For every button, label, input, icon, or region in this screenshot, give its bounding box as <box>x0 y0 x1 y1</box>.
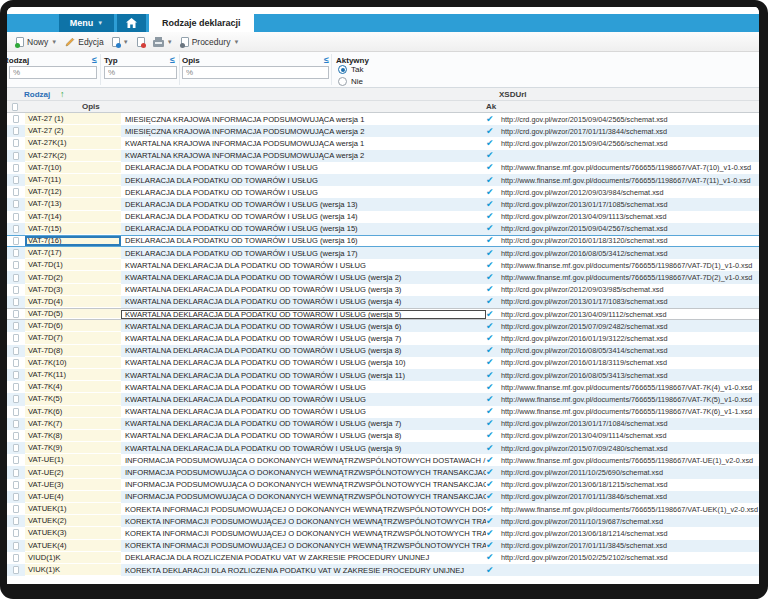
home-button[interactable] <box>117 14 146 32</box>
cell-xsdurl[interactable]: http://crd.gov.pl/wzor/2013/04/09/1113/s… <box>499 212 759 221</box>
cell-xsdurl[interactable]: http://crd.gov.pl/wzor/2016/08/05/3413/s… <box>499 371 759 380</box>
cell-xsdurl[interactable]: http://crd.gov.pl/wzor/2013/01/17/1084/s… <box>499 419 759 428</box>
table-row[interactable]: VATUEK(3)KOREKTA INFORMACJI PODSUMOWUJĄC… <box>7 527 759 539</box>
table-row[interactable]: VAT-27K(2)KWARTALNA KRAJOWA INFORMACJA P… <box>7 150 759 162</box>
cell-xsdurl[interactable]: http://www.finanse.mf.gov.pl/documents/7… <box>499 273 759 282</box>
cell-opis[interactable]: INFORMACJA PODSUMOWUJĄCA O DOKONANYCH WE… <box>121 456 486 465</box>
cell-xsdurl[interactable]: http://crd.gov.pl/wzor/2015/09/04/2565/s… <box>499 115 759 124</box>
cell-xsdurl[interactable]: http://crd.gov.pl/wzor/2013/01/17/1085/s… <box>499 200 759 209</box>
cell-rodzaj[interactable]: VIUD(1)K <box>25 552 121 564</box>
open-button[interactable]: ▼ <box>108 35 133 49</box>
cell-xsdurl[interactable]: http://crd.gov.pl/wzor/2017/01/11/3844/s… <box>499 127 759 136</box>
cell-opis[interactable]: DEKLARACJA DLA PODATKU OD TOWARÓW I USŁU… <box>121 163 486 172</box>
sort-ascending-icon[interactable]: ↑ <box>60 89 65 99</box>
table-row[interactable]: VAT-7(17)DEKLARACJA DLA PODATKU OD TOWAR… <box>7 247 759 259</box>
cell-rodzaj[interactable]: VAT-7(14) <box>25 211 121 223</box>
cell-opis[interactable]: KWARTALNA DEKLARACJA DLA PODATKU OD TOWA… <box>121 273 486 282</box>
cell-rodzaj[interactable]: VAT-27K(2) <box>25 150 121 162</box>
radio-tak[interactable]: Tak <box>338 65 363 74</box>
table-row[interactable]: VAT-UE(3)INFORMACJA PODSUMOWUJĄCA O DOKO… <box>7 479 759 491</box>
cell-rodzaj[interactable]: VAT-UE(1) <box>25 454 121 466</box>
cell-xsdurl[interactable]: http://crd.gov.pl/wzor/2015/02/25/2102/s… <box>499 553 759 562</box>
cell-rodzaj[interactable]: VAT-27 (1) <box>25 113 121 125</box>
table-row[interactable]: VAT-7K(9)KWARTALNA DEKLARACJA DLA PODATK… <box>7 442 759 454</box>
table-row[interactable]: VAT-7D(3)KWARTALNA DEKLARACJA DLA PODATK… <box>7 284 759 296</box>
cell-opis[interactable]: KWARTALNA DEKLARACJA DLA PODATKU OD TOWA… <box>121 419 486 428</box>
table-row[interactable]: VAT-7K(10)KWARTALNA DEKLARACJA DLA PODAT… <box>7 357 759 369</box>
cell-rodzaj[interactable]: VATUEK(2) <box>25 515 121 527</box>
cell-rodzaj[interactable]: VAT-7(17) <box>25 247 121 259</box>
cell-opis[interactable]: INFORMACJA PODSUMOWUJĄCA O DOKONANYCH WE… <box>121 480 486 489</box>
tab-rodzaje-deklaracji[interactable]: Rodzaje deklaracji <box>149 14 254 32</box>
cell-opis[interactable]: KOREKTA INFORMACJI PODSUMOWUJĄCEJ O DOKO… <box>121 541 486 550</box>
cell-rodzaj[interactable]: VAT-7K(9) <box>25 442 121 454</box>
cell-rodzaj[interactable]: VAT-7D(6) <box>25 320 121 332</box>
cell-xsdurl[interactable]: http://crd.gov.pl/wzor/2012/09/03/984/sc… <box>499 188 759 197</box>
table-row[interactable]: VAT-7(11)DEKLARACJA DLA PODATKU OD TOWAR… <box>7 174 759 186</box>
cell-opis[interactable]: KOREKTA INFORMACJI PODSUMOWUJĄCEJ O DOKO… <box>121 529 486 538</box>
table-row[interactable]: VAT-27 (2)MIESIĘCZNA KRAJOWA INFORMACJA … <box>7 125 759 137</box>
column-header-aktywny[interactable]: Ak <box>486 102 496 111</box>
table-row[interactable]: VAT-7D(1)KWARTALNA DEKLARACJA DLA PODATK… <box>7 259 759 271</box>
new-button[interactable]: Nowy ▼ <box>12 35 61 49</box>
cell-opis[interactable]: KWARTALNA DEKLARACJA DLA PODATKU OD TOWA… <box>121 431 486 440</box>
cell-xsdurl[interactable]: http://crd.gov.pl/wzor/2013/04/09/1114/s… <box>499 431 759 440</box>
cell-xsdurl[interactable]: http://www.finanse.mf.gov.pl/documents/7… <box>499 383 759 392</box>
cell-opis[interactable]: DEKLARACJA DLA PODATKU OD TOWARÓW I USŁU… <box>121 249 486 258</box>
cell-xsdurl[interactable]: http://crd.gov.pl/wzor/2015/07/09/2482/s… <box>499 322 759 331</box>
cell-opis[interactable]: KWARTALNA DEKLARACJA DLA PODATKU OD TOWA… <box>121 285 486 294</box>
table-row[interactable]: VAT-UE(4)INFORMACJA PODSUMOWUJĄCA O DOKO… <box>7 491 759 503</box>
cell-xsdurl[interactable]: http://crd.gov.pl/wzor/2016/08/05/3414/s… <box>499 346 759 355</box>
cell-xsdurl[interactable]: http://crd.gov.pl/wzor/2016/01/18/3120/s… <box>499 236 759 245</box>
cell-rodzaj[interactable]: VAT-7K(4) <box>25 381 121 393</box>
cell-rodzaj[interactable]: VAT-UE(4) <box>25 491 121 503</box>
cell-xsdurl[interactable]: http://crd.gov.pl/wzor/2013/06/18/1215/s… <box>499 480 759 489</box>
cell-opis[interactable]: DEKLARACJA DLA PODATKU OD TOWARÓW I USŁU… <box>121 224 486 233</box>
table-row[interactable]: VAT-7(12)DEKLARACJA DLA PODATKU OD TOWAR… <box>7 186 759 198</box>
cell-opis[interactable]: KWARTALNA DEKLARACJA DLA PODATKU OD TOWA… <box>121 322 486 331</box>
table-row[interactable]: VIUD(1)KDEKLARACJA DLA ROZLICZENIA PODAT… <box>7 552 759 564</box>
table-row[interactable]: VAT-7(14)DEKLARACJA DLA PODATKU OD TOWAR… <box>7 211 759 223</box>
cell-xsdurl[interactable]: http://www.finanse.mf.gov.pl/documents/7… <box>499 261 759 270</box>
cell-opis[interactable]: KWARTALNA DEKLARACJA DLA PODATKU OD TOWA… <box>121 297 486 306</box>
cell-xsdurl[interactable]: http://crd.gov.pl/wzor/2013/04/09/1112/s… <box>499 310 759 319</box>
table-row[interactable]: VAT-7(13)DEKLARACJA DLA PODATKU OD TOWAR… <box>7 198 759 210</box>
column-header-xsdurl[interactable]: XSDUrl <box>499 90 527 99</box>
cell-opis[interactable]: INFORMACJA PODSUMOWUJĄCA O DOKONANYCH WE… <box>121 492 486 501</box>
cell-opis[interactable]: KOREKTA DEKLARACJI DLA ROZLICZENIA PODAT… <box>121 566 486 575</box>
cell-rodzaj[interactable]: VAT-27 (2) <box>25 125 121 137</box>
delete-button[interactable] <box>133 35 149 49</box>
cell-rodzaj[interactable]: VAT-7D(7) <box>25 332 121 344</box>
cell-rodzaj[interactable]: VATUEK(3) <box>25 527 121 539</box>
cell-xsdurl[interactable]: http://crd.gov.pl/wzor/2011/10/25/690/sc… <box>499 468 759 477</box>
edit-button[interactable]: Edycja <box>61 35 108 49</box>
cell-opis[interactable]: KWARTALNA DEKLARACJA DLA PODATKU OD TOWA… <box>121 358 486 367</box>
table-row[interactable]: VAT-7D(6)KWARTALNA DEKLARACJA DLA PODATK… <box>7 320 759 332</box>
cell-xsdurl[interactable]: http://www.finanse.mf.gov.pl/documents/7… <box>499 395 759 404</box>
cell-rodzaj[interactable]: VAT-7D(8) <box>25 345 121 357</box>
table-row[interactable]: VAT-27K(1)KWARTALNA KRAJOWA INFORMACJA P… <box>7 137 759 149</box>
filter-input-opis[interactable] <box>182 66 329 79</box>
cell-xsdurl[interactable]: http://crd.gov.pl/wzor/2015/07/09/2480/s… <box>499 444 759 453</box>
radio-nie[interactable]: Nie <box>338 77 363 86</box>
cell-rodzaj[interactable]: VAT-7(12) <box>25 186 121 198</box>
table-row[interactable]: VAT-7K(5)KWARTALNA DEKLARACJA DLA PODATK… <box>7 393 759 405</box>
table-row[interactable]: VATUEK(1)KOREKTA INFORMACJI PODSUMOWUJĄC… <box>7 503 759 515</box>
cell-rodzaj[interactable]: VAT-7K(7) <box>25 418 121 430</box>
cell-opis[interactable]: KWARTALNA KRAJOWA INFORMACJA PODSUMOWUJĄ… <box>121 139 486 148</box>
cell-rodzaj[interactable]: VAT-7(10) <box>25 162 121 174</box>
column-header-opis[interactable]: Opis <box>82 102 100 111</box>
filter-operator-icon[interactable]: ≤ <box>170 55 175 65</box>
filter-input-rodzaj[interactable] <box>9 66 97 79</box>
cell-xsdurl[interactable]: http://www.finanse.mf.gov.pl/documents/7… <box>499 407 759 416</box>
cell-xsdurl[interactable]: http://www.finanse.mf.gov.pl/documents/7… <box>499 176 759 185</box>
cell-opis[interactable]: MIESIĘCZNA KRAJOWA INFORMACJA PODSUMOWUJ… <box>121 127 486 136</box>
table-row[interactable]: VAT-7(15)DEKLARACJA DLA PODATKU OD TOWAR… <box>7 223 759 235</box>
cell-xsdurl[interactable]: http://www.finanse.mf.gov.pl/documents/7… <box>499 163 759 172</box>
table-row[interactable]: VAT-7D(8)KWARTALNA DEKLARACJA DLA PODATK… <box>7 345 759 357</box>
table-row[interactable]: VAT-7D(7)KWARTALNA DEKLARACJA DLA PODATK… <box>7 332 759 344</box>
table-row[interactable]: VATUEK(2)KOREKTA INFORMACJI PODSUMOWUJĄC… <box>7 515 759 527</box>
cell-rodzaj[interactable]: VAT-7(11) <box>25 174 121 186</box>
cell-rodzaj[interactable]: VAT-7K(6) <box>25 406 121 418</box>
cell-rodzaj[interactable]: VAT-7D(2) <box>25 271 121 283</box>
